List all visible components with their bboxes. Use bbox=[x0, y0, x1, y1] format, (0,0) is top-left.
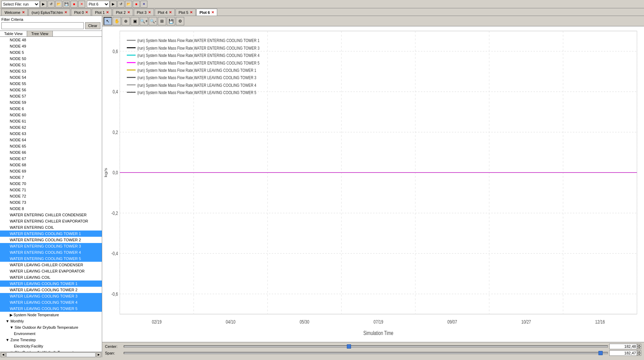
tree-item[interactable]: NODE 48 bbox=[0, 37, 102, 43]
tab-Plot_3[interactable]: Plot 3✕ bbox=[134, 9, 154, 16]
tree-item[interactable]: WATER LEAVING CHILLER CONDENSER bbox=[0, 262, 102, 268]
tab-Welcome[interactable]: Welcome✕ bbox=[1, 9, 28, 16]
cancel-btn[interactable]: ✕ bbox=[78, 1, 85, 8]
zoom-box-btn[interactable]: ▣ bbox=[131, 17, 139, 25]
tree-item[interactable]: NODE 73 bbox=[0, 199, 102, 206]
tree-item[interactable]: NODE 53 bbox=[0, 68, 102, 74]
tree-item[interactable]: WATER ENTERING COOLING TOWER 2 bbox=[0, 237, 102, 243]
select-tool-btn[interactable]: ↖ bbox=[104, 17, 112, 25]
tree-item[interactable]: WATER LEAVING COOLING TOWER 1 bbox=[0, 281, 102, 287]
scroll-left-arrow[interactable]: ◀ bbox=[1, 352, 6, 357]
tab-close-Plot_6[interactable]: ✕ bbox=[211, 10, 214, 14]
tab-Plot_2[interactable]: Plot 2✕ bbox=[113, 9, 133, 16]
tree-item[interactable]: WATER ENTERING CHILLER CONDENSER bbox=[0, 212, 102, 218]
tab-close-Welcome[interactable]: ✕ bbox=[22, 10, 25, 14]
tree-item[interactable]: WATER ENTERING COOLING TOWER 4 bbox=[0, 249, 102, 256]
tree-item[interactable]: WATER LEAVING COOLING TOWER 3 bbox=[0, 293, 102, 299]
plot-refresh-btn[interactable]: ↺ bbox=[117, 1, 124, 8]
tree-item[interactable]: NODE 69 bbox=[0, 168, 102, 174]
tab-Plot_5[interactable]: Plot 5✕ bbox=[176, 9, 196, 16]
tree-item[interactable]: NODE 64 bbox=[0, 137, 102, 143]
tree-item[interactable]: NODE 5 bbox=[0, 49, 102, 56]
pan-tool-btn[interactable]: ✋ bbox=[113, 17, 121, 25]
tree-item[interactable]: WATER ENTERING CHILLER EVAPORATOR bbox=[0, 218, 102, 224]
tab-close-Plot_1[interactable]: ✕ bbox=[106, 10, 109, 14]
view-tab-Table_View[interactable]: Table View bbox=[0, 31, 27, 36]
plot-cancel-btn[interactable]: ✕ bbox=[140, 1, 147, 8]
plot-stop-btn[interactable]: ■ bbox=[133, 1, 140, 8]
run-btn[interactable]: ▶ bbox=[40, 1, 47, 8]
span-spin[interactable]: ▲ ▼ bbox=[637, 350, 641, 356]
zoom-out-btn[interactable]: 🔍- bbox=[149, 17, 157, 25]
tree-item[interactable]: ▼ Site Outdoor Air Wetbulb Temperature bbox=[0, 349, 102, 352]
tree-item[interactable]: WATER ENTERING COOLING TOWER 1 bbox=[0, 231, 102, 237]
tree-item[interactable]: NODE 55 bbox=[0, 81, 102, 87]
tree-item[interactable]: WATER LEAVING COOLING TOWER 5 bbox=[0, 305, 102, 312]
tree-item[interactable]: NODE 54 bbox=[0, 74, 102, 81]
tree-item[interactable]: NODE 50 bbox=[0, 56, 102, 62]
tree-item[interactable]: ▶ System Node Temperature bbox=[0, 312, 102, 318]
tree-item[interactable]: ▼ Zone Timestep bbox=[0, 337, 102, 343]
scroll-track[interactable] bbox=[6, 352, 96, 357]
tree-item[interactable]: NODE 72 bbox=[0, 193, 102, 199]
tree-item[interactable]: Environment bbox=[0, 330, 102, 337]
view-tab-Tree_View[interactable]: Tree View bbox=[27, 31, 53, 36]
tree-item[interactable]: WATER ENTERING COOLING TOWER 3 bbox=[0, 243, 102, 249]
tree-item[interactable]: NODE 71 bbox=[0, 187, 102, 193]
span-slider-thumb[interactable] bbox=[598, 351, 603, 355]
tree-item[interactable]: NODE 49 bbox=[0, 43, 102, 49]
refresh-btn[interactable]: ↺ bbox=[48, 1, 55, 8]
export-btn[interactable]: 💾 bbox=[167, 17, 175, 25]
tree-item[interactable]: NODE 60 bbox=[0, 112, 102, 118]
tree-item[interactable]: NODE 61 bbox=[0, 118, 102, 124]
tab-close-Plot_0[interactable]: ✕ bbox=[85, 10, 88, 14]
tree-item[interactable]: WATER ENTERING COIL bbox=[0, 224, 102, 231]
tree-item[interactable]: NODE 63 bbox=[0, 131, 102, 137]
tree-item[interactable]: NODE 62 bbox=[0, 124, 102, 131]
tree-item[interactable]: Electricity:Facility bbox=[0, 343, 102, 349]
tab-Plot_0[interactable]: Plot 0✕ bbox=[71, 9, 91, 16]
tree-item[interactable]: NODE 59 bbox=[0, 99, 102, 106]
tab-Plot_4[interactable]: Plot 4✕ bbox=[155, 9, 175, 16]
tab-close-Plot_5[interactable]: ✕ bbox=[190, 10, 193, 14]
plot-open-btn[interactable]: 📂 bbox=[125, 1, 132, 8]
tab-close-Plot_3[interactable]: ✕ bbox=[148, 10, 151, 14]
center-slider-thumb[interactable] bbox=[347, 344, 351, 349]
tab-(run)_EplusTbl.htm[interactable]: (run) EplusTbl.htm✕ bbox=[28, 9, 70, 16]
fit-btn[interactable]: ⊞ bbox=[158, 17, 166, 25]
tree-item[interactable]: WATER ENTERING COOLING TOWER 5 bbox=[0, 256, 102, 262]
tree-item[interactable]: NODE 8 bbox=[0, 206, 102, 212]
span-spin-up[interactable]: ▲ bbox=[637, 350, 641, 353]
zoom-tool-btn[interactable]: ⊕ bbox=[122, 17, 130, 25]
span-spin-down[interactable]: ▼ bbox=[637, 353, 641, 356]
tree-item[interactable]: NODE 56 bbox=[0, 87, 102, 93]
center-spin[interactable]: ▲ ▼ bbox=[637, 344, 641, 349]
tree-item[interactable]: NODE 68 bbox=[0, 162, 102, 168]
file-select[interactable]: Select File: run bbox=[1, 1, 40, 8]
tab-close-(run)_EplusTbl.htm[interactable]: ✕ bbox=[64, 10, 67, 14]
tree-item[interactable]: NODE 6 bbox=[0, 106, 102, 112]
tree-item[interactable]: NODE 70 bbox=[0, 181, 102, 187]
save-btn[interactable]: 💾 bbox=[63, 1, 70, 8]
center-spin-up[interactable]: ▲ bbox=[637, 344, 641, 346]
tree-item[interactable]: WATER LEAVING COOLING TOWER 2 bbox=[0, 287, 102, 293]
tree-item[interactable]: NODE 51 bbox=[0, 62, 102, 68]
tree-item[interactable]: ▼ Monthly bbox=[0, 318, 102, 324]
open-btn[interactable]: 📂 bbox=[55, 1, 62, 8]
stop-btn[interactable]: ■ bbox=[71, 1, 78, 8]
scroll-right-arrow[interactable]: ▶ bbox=[96, 352, 101, 357]
tab-close-Plot_4[interactable]: ✕ bbox=[169, 10, 172, 14]
tree-item[interactable]: NODE 65 bbox=[0, 143, 102, 149]
tree-item[interactable]: WATER LEAVING COIL bbox=[0, 274, 102, 281]
tab-Plot_6[interactable]: Plot 6✕ bbox=[196, 9, 217, 16]
tab-close-Plot_2[interactable]: ✕ bbox=[127, 10, 130, 14]
center-slider-track[interactable] bbox=[124, 345, 608, 348]
settings-btn[interactable]: ⚙ bbox=[176, 17, 184, 25]
tree-item[interactable]: ▼ Site Outdoor Air Drybulb Temperature bbox=[0, 324, 102, 330]
center-spin-down[interactable]: ▼ bbox=[637, 346, 641, 349]
clear-button[interactable]: Clear bbox=[85, 22, 100, 29]
tree-item[interactable]: NODE 7 bbox=[0, 174, 102, 181]
span-slider-track[interactable] bbox=[124, 352, 608, 354]
tree-item[interactable]: NODE 57 bbox=[0, 93, 102, 99]
tree-item[interactable]: WATER LEAVING CHILLER EVAPORATOR bbox=[0, 268, 102, 274]
